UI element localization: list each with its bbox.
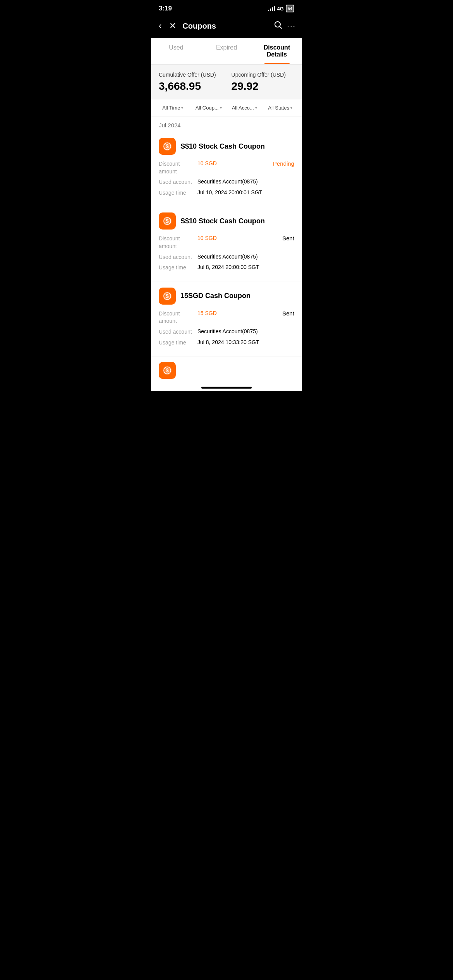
discount-amount-row: Discount amount 10 SGD — [159, 235, 294, 250]
coupon-icon: $ — [159, 288, 176, 305]
discount-amount-row: Discount amount 15 SGD — [159, 310, 294, 325]
filter-states[interactable]: All States ▾ — [263, 105, 298, 111]
cumulative-offer: Cumulative Offer (USD) 3,668.95 — [159, 72, 216, 93]
tabs-container: Used Expired Discount Details — [151, 38, 302, 65]
svg-text:$: $ — [166, 367, 169, 373]
coupon-name: 15SGD Cash Coupon — [180, 292, 251, 300]
svg-text:$: $ — [166, 293, 169, 299]
more-button[interactable]: ··· — [287, 22, 296, 31]
coupon-details: Discount amount 10 SGD Used account Secu… — [159, 160, 294, 197]
chevron-down-icon: ▾ — [290, 106, 292, 110]
filters-bar: All Time ▾ All Coup... ▾ All Acco... ▾ A… — [151, 99, 302, 117]
summary-section: Cumulative Offer (USD) 3,668.95 Upcoming… — [151, 65, 302, 99]
bottom-indicator — [151, 382, 302, 391]
upcoming-offer: Upcoming Offer (USD) 29.92 — [232, 72, 286, 93]
back-button[interactable]: ‹ — [157, 19, 163, 33]
tab-used[interactable]: Used — [151, 38, 201, 64]
coupon-details: Discount amount 10 SGD Used account Secu… — [159, 235, 294, 271]
coupon-header: $ S$10 Stock Cash Coupon — [159, 138, 294, 155]
chevron-down-icon: ▾ — [181, 106, 183, 110]
status-badge: Pending — [273, 160, 294, 167]
used-account-row: Used account Securities Account(0875) — [159, 254, 294, 261]
chevron-down-icon: ▾ — [220, 106, 222, 110]
coupon-item-partial: $ — [151, 356, 302, 382]
search-button[interactable] — [274, 21, 282, 31]
filter-coupon[interactable]: All Coup... ▾ — [192, 105, 226, 111]
coupon-name: S$10 Stock Cash Coupon — [180, 142, 265, 151]
filter-time[interactable]: All Time ▾ — [156, 105, 190, 111]
network-type: 4G — [277, 6, 283, 12]
used-account-row: Used account Securities Account(0875) — [159, 328, 294, 336]
status-time: 3:19 — [159, 5, 172, 12]
coupon-item: $ S$10 Stock Cash Coupon Discount amount… — [151, 132, 302, 206]
upcoming-label: Upcoming Offer (USD) — [232, 72, 286, 78]
month-header: Jul 2024 — [151, 117, 302, 132]
chevron-down-icon: ▾ — [255, 106, 257, 110]
tab-discount-details[interactable]: Discount Details — [252, 38, 302, 64]
status-bar: 3:19 4G 54 — [151, 0, 302, 15]
tab-expired[interactable]: Expired — [201, 38, 252, 64]
coupon-icon: $ — [159, 362, 176, 379]
usage-time-row: Usage time Jul 10, 2024 20:00:01 SGT — [159, 189, 294, 197]
signal-icon — [268, 6, 275, 11]
usage-time-row: Usage time Jul 8, 2024 20:00:00 SGT — [159, 264, 294, 272]
status-badge: Sent — [282, 235, 294, 242]
usage-time-row: Usage time Jul 8, 2024 10:33:20 SGT — [159, 339, 294, 347]
coupon-item: $ S$10 Stock Cash Coupon Discount amount… — [151, 206, 302, 281]
coupon-icon: $ — [159, 138, 176, 155]
svg-text:$: $ — [166, 218, 169, 224]
close-button[interactable]: ✕ — [168, 19, 178, 33]
cumulative-value: 3,668.95 — [159, 80, 216, 93]
coupon-icon: $ — [159, 212, 176, 230]
cumulative-label: Cumulative Offer (USD) — [159, 72, 216, 78]
filter-account[interactable]: All Acco... ▾ — [227, 105, 262, 111]
battery-icon: 54 — [286, 5, 294, 12]
svg-line-1 — [280, 27, 282, 29]
coupon-name: S$10 Stock Cash Coupon — [180, 217, 265, 225]
nav-bar: ‹ ✕ Coupons ··· — [151, 15, 302, 38]
svg-text:$: $ — [166, 143, 169, 149]
status-icons: 4G 54 — [268, 5, 294, 12]
page-title: Coupons — [182, 22, 269, 31]
coupon-header: $ S$10 Stock Cash Coupon — [159, 212, 294, 230]
home-indicator — [201, 387, 252, 389]
coupon-item: $ 15SGD Cash Coupon Discount amount 15 S… — [151, 281, 302, 356]
coupon-header: $ 15SGD Cash Coupon — [159, 288, 294, 305]
used-account-row: Used account Securities Account(0875) — [159, 178, 294, 186]
status-badge: Sent — [282, 310, 294, 317]
coupon-details: Discount amount 15 SGD Used account Secu… — [159, 310, 294, 346]
upcoming-value: 29.92 — [232, 80, 286, 93]
